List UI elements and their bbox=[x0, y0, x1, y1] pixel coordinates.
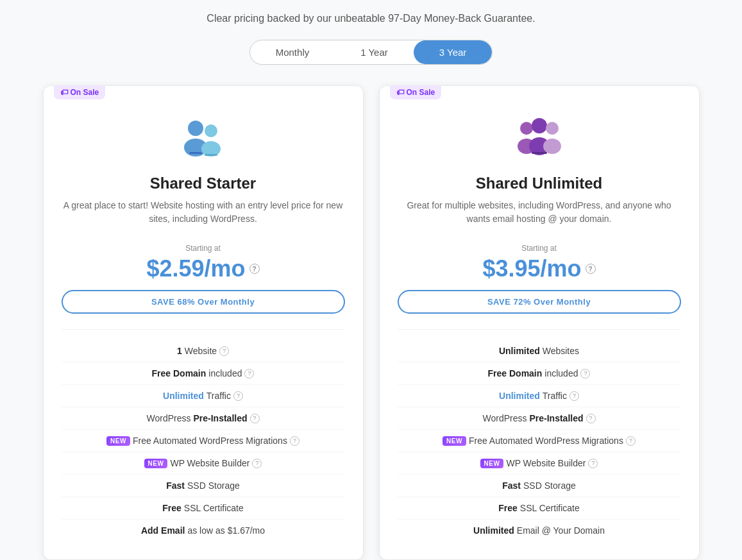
feature-websites-text-unlimited: Websites bbox=[543, 346, 579, 356]
tab-group: Monthly 1 Year 3 Year bbox=[249, 40, 493, 65]
svg-point-2 bbox=[205, 124, 217, 137]
feature-migrations-text-unlimited: Free Automated WordPress Migrations bbox=[469, 436, 623, 446]
new-badge-migrations-unlimited: NEW bbox=[443, 436, 466, 446]
feature-domain-bold-starter: Free Domain bbox=[152, 368, 207, 378]
page-header: Clear pricing backed by our unbeatable 9… bbox=[26, 13, 716, 24]
on-sale-text-unlimited: On Sale bbox=[407, 88, 435, 97]
feature-wp-starter: WordPress Pre-Installed ? bbox=[62, 407, 345, 430]
price-value-unlimited: $3.95/mo bbox=[482, 255, 581, 282]
feature-traffic-bold-unlimited: Unlimited bbox=[499, 391, 540, 401]
svg-point-6 bbox=[520, 122, 533, 135]
feature-migrations-starter: NEW Free Automated WordPress Migrations … bbox=[62, 430, 345, 452]
feature-migrations-unlimited: NEW Free Automated WordPress Migrations … bbox=[398, 430, 681, 452]
plan-desc-starter: A great place to start! Website hosting … bbox=[62, 199, 345, 231]
price-help-unlimited[interactable]: ? bbox=[586, 264, 596, 274]
feature-websites-text-starter: Website bbox=[185, 346, 217, 356]
feature-traffic-text-starter: Traffic bbox=[207, 391, 231, 401]
plan-desc-unlimited: Great for multiple websites, including W… bbox=[398, 199, 681, 231]
feature-builder-help-unlimited[interactable]: ? bbox=[588, 459, 598, 468]
feature-list-starter: 1 Website ? Free Domain included ? Unlim… bbox=[62, 329, 345, 541]
on-sale-badge-unlimited: 🏷 On Sale bbox=[390, 85, 442, 99]
price-help-starter[interactable]: ? bbox=[249, 264, 260, 274]
feature-websites-help-starter[interactable]: ? bbox=[219, 346, 229, 356]
feature-wp-help-starter[interactable]: ? bbox=[250, 414, 260, 423]
feature-ssl-unlimited: Free SSL Certificate bbox=[398, 497, 681, 520]
plan-name-unlimited: Shared Unlimited bbox=[398, 174, 681, 192]
tab-1year[interactable]: 1 Year bbox=[335, 40, 414, 64]
save-btn-starter[interactable]: SAVE 68% Over Monthly bbox=[62, 290, 345, 314]
feature-domain-unlimited: Free Domain included ? bbox=[398, 362, 681, 385]
price-unlimited: $3.95/mo ? bbox=[398, 255, 681, 282]
plan-card-shared-unlimited: 🏷 On Sale Shared Unlimited Great for mul… bbox=[379, 85, 700, 560]
feature-builder-text-unlimited: WP Website Builder bbox=[506, 458, 586, 468]
feature-ssl-bold-starter: Free bbox=[162, 503, 181, 513]
feature-domain-text-unlimited: included bbox=[544, 368, 578, 378]
feature-ssl-starter: Free SSL Certificate bbox=[62, 497, 345, 520]
feature-ssd-bold-starter: Fast bbox=[166, 480, 185, 491]
feature-ssd-unlimited: Fast SSD Storage bbox=[398, 475, 681, 497]
feature-traffic-unlimited: Unlimited Traffic ? bbox=[398, 385, 681, 407]
svg-point-11 bbox=[543, 139, 561, 154]
feature-ssl-text-unlimited: SSL Certificate bbox=[520, 503, 580, 513]
feature-domain-help-starter[interactable]: ? bbox=[244, 369, 254, 378]
tag-icon-unlimited: 🏷 bbox=[396, 88, 404, 97]
plan-icon-unlimited bbox=[398, 117, 681, 164]
feature-ssd-starter: Fast SSD Storage bbox=[62, 475, 345, 497]
feature-builder-text-starter: WP Website Builder bbox=[170, 458, 249, 468]
svg-point-8 bbox=[532, 118, 547, 133]
new-badge-builder-starter: NEW bbox=[144, 459, 168, 468]
subtitle: Clear pricing backed by our unbeatable 9… bbox=[26, 13, 716, 24]
feature-migrations-help-unlimited[interactable]: ? bbox=[626, 436, 636, 446]
feature-email-text-starter: as low as $1.67/mo bbox=[187, 525, 265, 536]
svg-point-10 bbox=[546, 122, 559, 135]
feature-wp-bold-unlimited: Pre-Installed bbox=[529, 413, 583, 423]
plan-icon-starter bbox=[62, 117, 345, 164]
feature-builder-help-starter[interactable]: ? bbox=[252, 459, 262, 468]
feature-traffic-help-unlimited[interactable]: ? bbox=[569, 391, 579, 401]
tab-3year[interactable]: 3 Year bbox=[414, 40, 493, 64]
feature-wp-bold-starter: Pre-Installed bbox=[193, 413, 247, 423]
plan-name-starter: Shared Starter bbox=[62, 174, 345, 192]
feature-migrations-help-starter[interactable]: ? bbox=[290, 436, 299, 446]
feature-email-bold-starter: Add Email bbox=[141, 525, 185, 536]
price-value-starter: $2.59/mo bbox=[146, 255, 245, 282]
feature-email-starter: Add Email as low as $1.67/mo bbox=[62, 520, 345, 541]
feature-migrations-text-starter: Free Automated WordPress Migrations bbox=[133, 436, 287, 446]
svg-point-0 bbox=[188, 121, 203, 136]
feature-email-unlimited: Unlimited Email @ Your Domain bbox=[398, 520, 681, 541]
feature-traffic-starter: Unlimited Traffic ? bbox=[62, 385, 345, 407]
svg-rect-12 bbox=[532, 152, 547, 154]
feature-websites-unlimited: Unlimited Websites bbox=[398, 340, 681, 362]
feature-websites-bold-unlimited: Unlimited bbox=[499, 346, 540, 356]
cards-container: 🏷 On Sale Shared Starter A great place t… bbox=[26, 85, 716, 560]
save-btn-unlimited[interactable]: SAVE 72% Over Monthly bbox=[398, 290, 681, 314]
feature-list-unlimited: Unlimited Websites Free Domain included … bbox=[398, 329, 681, 541]
feature-ssd-bold-unlimited: Fast bbox=[502, 480, 521, 491]
tag-icon-starter: 🏷 bbox=[60, 88, 68, 97]
feature-domain-help-unlimited[interactable]: ? bbox=[580, 369, 590, 378]
feature-websites-starter: 1 Website ? bbox=[62, 340, 345, 362]
feature-traffic-text-unlimited: Traffic bbox=[543, 391, 567, 401]
svg-rect-5 bbox=[205, 154, 217, 156]
on-sale-badge-starter: 🏷 On Sale bbox=[54, 85, 106, 99]
feature-builder-unlimited: NEW WP Website Builder ? bbox=[398, 452, 681, 475]
tab-bar: Monthly 1 Year 3 Year bbox=[26, 40, 716, 65]
new-badge-migrations-starter: NEW bbox=[106, 436, 130, 446]
feature-email-text-unlimited: Email @ Your Domain bbox=[517, 525, 605, 536]
feature-domain-starter: Free Domain included ? bbox=[62, 362, 345, 385]
new-badge-builder-unlimited: NEW bbox=[480, 459, 504, 468]
on-sale-text-starter: On Sale bbox=[71, 88, 99, 97]
feature-wp-text1-starter: WordPress bbox=[146, 413, 190, 423]
feature-ssd-text-unlimited: SSD Storage bbox=[523, 480, 576, 491]
feature-traffic-bold-starter: Unlimited bbox=[163, 391, 204, 401]
feature-wp-text1-unlimited: WordPress bbox=[482, 413, 527, 423]
feature-websites-bold-starter: 1 bbox=[177, 346, 182, 356]
tab-monthly[interactable]: Monthly bbox=[250, 40, 335, 64]
feature-traffic-help-starter[interactable]: ? bbox=[233, 391, 243, 401]
feature-wp-unlimited: WordPress Pre-Installed ? bbox=[398, 407, 681, 430]
feature-domain-bold-unlimited: Free Domain bbox=[488, 368, 543, 378]
feature-wp-help-unlimited[interactable]: ? bbox=[586, 414, 596, 423]
feature-ssl-bold-unlimited: Free bbox=[498, 503, 518, 513]
svg-rect-4 bbox=[189, 152, 202, 154]
starting-at-starter: Starting at bbox=[62, 244, 345, 253]
